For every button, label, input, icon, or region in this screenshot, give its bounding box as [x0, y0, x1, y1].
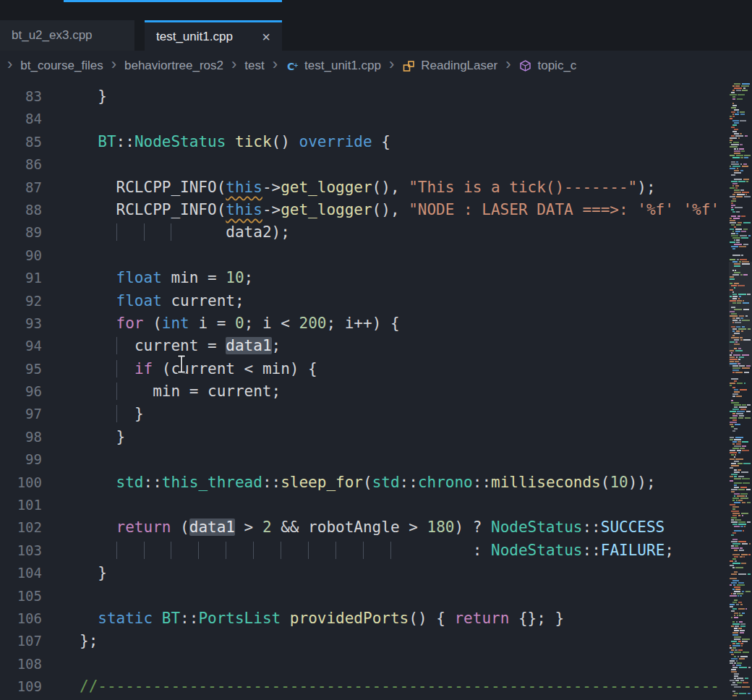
- vscode-window: bt_u2_ex3.cpp test_unit1.cpp × › bt_cour…: [0, 0, 752, 700]
- breadcrumb-item-topic_c[interactable]: topic_c: [518, 59, 576, 73]
- code-line[interactable]: 96 min = current;: [0, 380, 752, 403]
- code-line[interactable]: 104 }: [0, 562, 752, 584]
- code-token: ::: [400, 474, 418, 491]
- title-bar: [0, 0, 752, 20]
- code-token: (: [171, 518, 189, 536]
- code-token: float: [116, 269, 162, 286]
- line-number[interactable]: 85: [0, 131, 42, 153]
- line-number[interactable]: 86: [0, 153, 42, 176]
- breadcrumb-item-test[interactable]: test: [244, 59, 264, 73]
- line-number[interactable]: 100: [0, 471, 42, 494]
- code-line[interactable]: 94 current = data1;: [0, 335, 752, 357]
- line-number[interactable]: 95: [0, 358, 42, 380]
- breadcrumb-item-test_unit1[interactable]: C + test_unit1.cpp: [286, 59, 381, 73]
- line-number[interactable]: 92: [0, 290, 42, 312]
- code-line[interactable]: 88 RCLCPP_INFO(this->get_logger(), "NODE…: [0, 199, 752, 221]
- line-number[interactable]: 98: [0, 426, 42, 448]
- code-line[interactable]: 89 data2);: [0, 221, 752, 244]
- line-number[interactable]: 107: [0, 630, 42, 652]
- code-line[interactable]: 103 : NodeStatus::FAILURE;: [0, 539, 752, 562]
- code-line[interactable]: 87 RCLCPP_INFO(this->get_logger(), "This…: [0, 176, 752, 199]
- line-number[interactable]: 97: [0, 403, 42, 425]
- line-number[interactable]: 108: [0, 653, 42, 675]
- code-line[interactable]: 90: [0, 244, 752, 267]
- code-token: "This is a tick()-------": [409, 179, 637, 196]
- code-editor[interactable]: 83 }8485 BT::NodeStatus tick() override …: [0, 81, 752, 700]
- line-number[interactable]: 84: [0, 108, 42, 130]
- line-content: [42, 108, 80, 130]
- code-token: return: [116, 518, 171, 536]
- line-number[interactable]: 109: [0, 675, 42, 698]
- line-number[interactable]: 93: [0, 312, 42, 335]
- code-token: ; i++) {: [326, 315, 399, 332]
- code-line[interactable]: 108: [0, 653, 752, 675]
- code-token: ::: [473, 474, 491, 491]
- code-line[interactable]: 92 float current;: [0, 290, 752, 312]
- code-token: min = current;: [153, 383, 281, 400]
- code-token: >: [235, 518, 262, 536]
- indent-guide: [198, 542, 226, 559]
- line-content: float current;: [42, 290, 244, 312]
- tab-bt_u2_ex3[interactable]: bt_u2_ex3.cpp: [0, 20, 134, 51]
- minimap[interactable]: [729, 81, 752, 700]
- code-line[interactable]: 102 return (data1 > 2 && robotAngle > 18…: [0, 516, 752, 539]
- code-token: ) ?: [454, 518, 491, 536]
- line-number[interactable]: 90: [0, 244, 42, 267]
- code-line[interactable]: 84: [0, 108, 752, 130]
- line-number[interactable]: 96: [0, 380, 42, 403]
- code-line[interactable]: 91 float min = 10;: [0, 267, 752, 289]
- code-line[interactable]: 93 for (int i = 0; i < 200; i++) {: [0, 312, 752, 335]
- code-token: milliseconds: [491, 474, 601, 491]
- code-line[interactable]: 109//-----------------------------------…: [0, 675, 752, 698]
- indent-guide: [336, 542, 364, 559]
- code-line[interactable]: 95 if (current < min) {: [0, 358, 752, 380]
- code-line[interactable]: 97 }: [0, 403, 752, 425]
- indent-guide: [308, 542, 336, 559]
- indent-guide: [144, 542, 172, 559]
- tab-test_unit1[interactable]: test_unit1.cpp ×: [145, 20, 282, 51]
- code-line[interactable]: 105: [0, 585, 752, 607]
- code-token: ->: [262, 179, 281, 196]
- breadcrumb-item-ReadingLaser[interactable]: ReadingLaser: [402, 59, 497, 73]
- line-number[interactable]: 89: [0, 221, 42, 244]
- code-line[interactable]: 101: [0, 494, 752, 516]
- line-number[interactable]: 87: [0, 176, 42, 199]
- line-number[interactable]: 99: [0, 448, 42, 471]
- line-content: //--------------------------------------…: [42, 675, 719, 698]
- code-token: }: [80, 428, 125, 445]
- code-line[interactable]: 98 }: [0, 426, 752, 448]
- line-content: };: [42, 630, 98, 652]
- line-number[interactable]: 106: [0, 607, 42, 630]
- code-line[interactable]: 107};: [0, 630, 752, 652]
- code-line[interactable]: 85 BT::NodeStatus tick() override {: [0, 131, 752, 153]
- code-token: ;: [665, 542, 674, 559]
- indent-guide: [144, 223, 172, 241]
- code-token: //--------------------------------------…: [80, 678, 719, 695]
- code-line[interactable]: 106 static BT::PortsList providedPorts()…: [0, 607, 752, 630]
- line-number[interactable]: 101: [0, 494, 42, 516]
- code-token: [80, 133, 98, 150]
- line-number[interactable]: 103: [0, 539, 42, 562]
- code-line[interactable]: 86: [0, 153, 752, 176]
- breadcrumb-item-bt_course_files[interactable]: bt_course_files: [20, 59, 103, 73]
- code-line[interactable]: 100 std::this_thread::sleep_for(std::chr…: [0, 471, 752, 494]
- code-line[interactable]: 99: [0, 448, 752, 471]
- breadcrumb-item-behaviortree_ros2[interactable]: behaviortree_ros2: [124, 59, 223, 73]
- code-token: [80, 610, 98, 627]
- line-number[interactable]: 83: [0, 85, 42, 108]
- code-line[interactable]: 83 }: [0, 85, 752, 108]
- line-number[interactable]: 104: [0, 562, 42, 584]
- line-number[interactable]: 102: [0, 516, 42, 539]
- code-token: [80, 223, 116, 241]
- code-token: 0: [235, 315, 244, 332]
- method-icon: [518, 59, 532, 73]
- line-number[interactable]: 91: [0, 267, 42, 289]
- close-icon[interactable]: ×: [255, 30, 270, 44]
- line-number[interactable]: 88: [0, 199, 42, 221]
- tab-label: bt_u2_ex3.cpp: [12, 28, 93, 43]
- line-content: RCLCPP_INFO(this->get_logger(), "This is…: [42, 176, 656, 199]
- line-number[interactable]: 105: [0, 585, 42, 607]
- line-content: [42, 653, 80, 675]
- line-number[interactable]: 94: [0, 335, 42, 357]
- indent-guide: [116, 360, 135, 377]
